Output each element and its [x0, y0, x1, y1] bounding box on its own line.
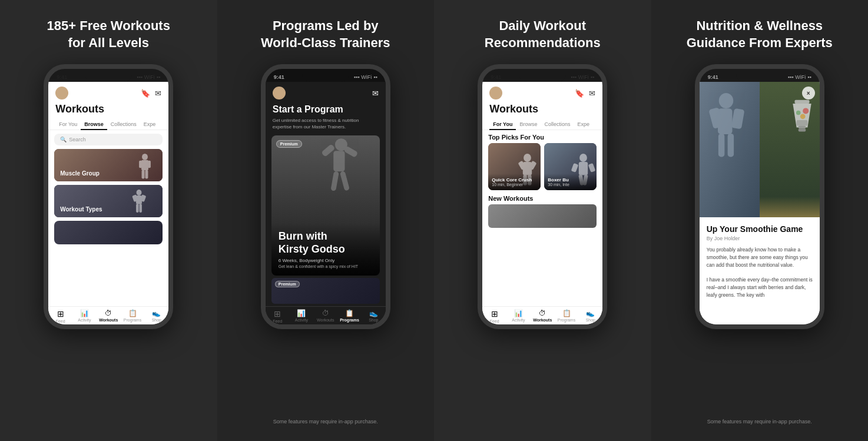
avatar-3 — [489, 87, 502, 100]
mail-icon-2[interactable]: ✉ — [372, 89, 379, 98]
nav-workouts-2[interactable]: ⏱ Workouts — [313, 309, 337, 323]
nav-feed-1[interactable]: ⊞ Feed — [48, 309, 72, 323]
nav-workouts-3[interactable]: ⏱ Workouts — [531, 309, 555, 323]
nav-icon-activity-2: 📊 — [297, 309, 306, 317]
nav-programs-3[interactable]: 📋 Programs — [555, 309, 579, 323]
close-button[interactable]: × — [802, 87, 815, 100]
battery-icon: ▪▪ — [157, 74, 160, 80]
phone-4: 9:41 ▪▪▪ WiFi ▪▪ — [695, 64, 824, 329]
screen-3: 🔖 ✉ Workouts For You Browse Collections … — [482, 82, 602, 324]
search-placeholder-1: Search — [69, 137, 86, 142]
program-subtitle: Get unlimited access to fitness & nutrit… — [273, 117, 379, 130]
workout-card-2[interactable]: Boxer Bu 30 min, Inte — [544, 143, 597, 190]
wifi-icon-2: WiFi — [361, 74, 372, 80]
screen2-header: ✉ — [266, 82, 386, 102]
mail-icon-3[interactable]: ✉ — [589, 89, 595, 98]
tab-bar-1: For You Browse Collections Expe — [48, 119, 168, 130]
avatar-2 — [273, 87, 286, 100]
phone-2: 9:41 ▪▪▪ WiFi ▪▪ ✉ Start a Program Get u… — [261, 64, 390, 329]
category-workout[interactable]: Workout Types — [54, 185, 163, 217]
search-bar-1[interactable]: 🔍 Search — [54, 134, 163, 145]
nav-activity-2[interactable]: 📊 Activity — [290, 309, 314, 323]
nav-shop-3[interactable]: 👟 Shop — [578, 309, 602, 323]
tab-for-you-3[interactable]: For You — [489, 119, 516, 130]
svg-rect-2 — [139, 161, 142, 168]
phone-3: 9:41 ▪▪▪ WiFi ▪▪ 🔖 ✉ Workouts For You Br… — [478, 64, 607, 329]
avatar-1 — [55, 87, 68, 100]
tab-collections-3[interactable]: Collections — [541, 119, 574, 130]
tab-collections-1[interactable]: Collections — [107, 119, 140, 130]
svg-rect-5 — [145, 170, 148, 178]
panel-3-title: Daily Workout Recommendations — [485, 18, 601, 51]
new-workout-row[interactable] — [488, 204, 597, 228]
nav-feed-3[interactable]: ⊞ Feed — [482, 309, 506, 323]
program-hero-title: Burn with Kirsty Godso — [279, 230, 373, 256]
nav-label-shop-3: Shop — [586, 318, 595, 322]
status-time-1: 9:41 — [57, 74, 67, 80]
tab-browse-3[interactable]: Browse — [516, 119, 541, 130]
nav-activity-3[interactable]: 📊 Activity — [506, 309, 531, 323]
bookmark-icon[interactable]: 🔖 — [141, 89, 150, 98]
status-icons-4: ▪▪▪ WiFi ▪▪ — [788, 74, 811, 80]
svg-point-42 — [803, 108, 809, 114]
tab-for-you-1[interactable]: For You — [55, 119, 81, 130]
workout-grid: Quick Core Crush 10 min, Beginner — [482, 143, 602, 190]
nav-feed-2[interactable]: ⊞ Feed — [266, 309, 290, 323]
nav-shop-1[interactable]: 👟 Shop — [144, 309, 168, 323]
tab-browse-1[interactable]: Browse — [81, 119, 107, 130]
svg-rect-33 — [731, 108, 744, 130]
workouts-title-3: Workouts — [482, 102, 602, 119]
nav-label-feed-2: Feed — [273, 319, 282, 323]
nav-programs-2[interactable]: 📋 Programs — [337, 309, 362, 323]
bookmark-icon-3[interactable]: 🔖 — [575, 89, 584, 98]
article-text: You probably already know how to make a … — [707, 246, 813, 299]
workout-card-1[interactable]: Quick Core Crush 10 min, Beginner — [488, 143, 541, 190]
panel-3: Daily Workout Recommendations 9:41 ▪▪▪ W… — [434, 0, 651, 441]
category-label-workout: Workout Types — [60, 206, 102, 213]
nav-shop-icon-1: 👟 — [152, 309, 161, 317]
workout-card-info-1: Quick Core Crush 10 min, Beginner — [488, 174, 541, 190]
person-silhouette-muscle — [130, 152, 160, 182]
category-fitness[interactable] — [54, 221, 163, 244]
nav-activity-1[interactable]: 📊 Activity — [72, 309, 97, 323]
nav-icon-shop-3: 👟 — [586, 309, 595, 317]
bottom-nav-2: ⊞ Feed 📊 Activity ⏱ Workouts 📋 Programs … — [266, 306, 386, 324]
nav-icon-workouts-3: ⏱ — [539, 309, 546, 317]
tab-expert-3[interactable]: Expe — [574, 119, 593, 130]
mail-icon[interactable]: ✉ — [155, 89, 161, 98]
nav-activity-icon-1: 📊 — [80, 309, 89, 317]
svg-rect-1 — [141, 160, 148, 170]
workout-title-2: Boxer Bu — [548, 177, 593, 183]
svg-rect-4 — [142, 170, 145, 178]
nav-workouts-1[interactable]: ⏱ Workouts — [97, 309, 121, 323]
article-content: Up Your Smoothie Game By Joe Holder You … — [700, 217, 820, 324]
blender-icon — [787, 94, 817, 147]
footnote-4: Some features may require in-app purchas… — [707, 414, 812, 429]
header-icons-2: ✉ — [372, 89, 379, 98]
second-program-card[interactable]: Premium — [271, 278, 380, 304]
status-time-4: 9:41 — [708, 74, 718, 80]
program-page-title: Start a Program — [273, 104, 379, 115]
nav-activity-label-1: Activity — [78, 318, 91, 322]
nutrition-person-figure — [705, 88, 747, 188]
svg-rect-3 — [148, 161, 151, 168]
category-label-muscle: Muscle Group — [60, 170, 100, 177]
tab-expert-1[interactable]: Expe — [140, 119, 160, 130]
battery-icon-3: ▪▪ — [591, 74, 594, 80]
nav-icon-feed-3: ⊞ — [491, 309, 498, 319]
premium-badge-2: Premium — [275, 281, 300, 287]
workout-title-1: Quick Core Crush — [492, 177, 537, 183]
nutrition-person-side — [700, 82, 760, 217]
svg-rect-40 — [799, 129, 806, 132]
nav-workouts-icon-1: ⏱ — [105, 309, 112, 317]
svg-rect-11 — [140, 204, 142, 213]
fruits-area — [760, 197, 820, 217]
app-header-1: 🔖 ✉ — [48, 82, 168, 102]
nav-icon-programs-2: 📋 — [345, 309, 354, 317]
signal-icon-2: ▪▪▪ — [354, 74, 360, 80]
nav-programs-1[interactable]: 📋 Programs — [121, 309, 145, 323]
svg-point-24 — [579, 154, 587, 162]
nav-shop-2[interactable]: 👟 Shop — [362, 309, 386, 323]
category-muscle[interactable]: Muscle Group — [54, 149, 163, 181]
nav-programs-icon-1: 📋 — [128, 309, 137, 317]
